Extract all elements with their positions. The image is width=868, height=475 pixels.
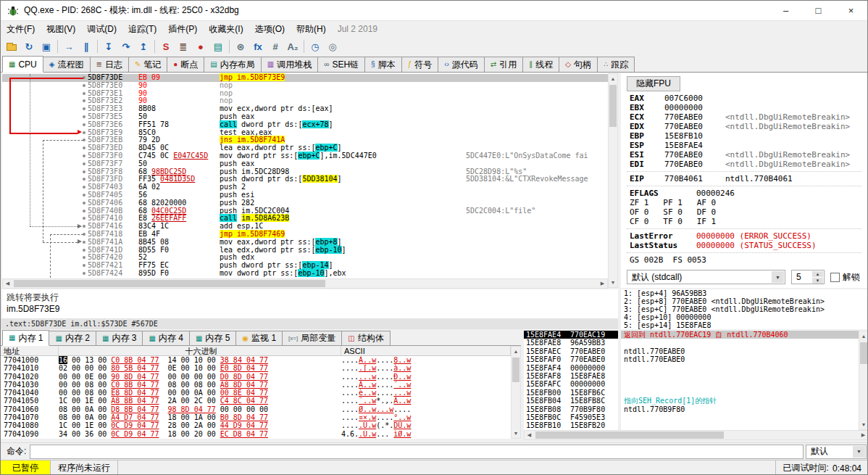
- menu-item[interactable]: 帮助(H): [291, 21, 332, 38]
- memory-row[interactable]: 7704107008 00 0A 00 A4 D7 04 77 18 00 1A…: [1, 413, 511, 421]
- stack-row[interactable]: 15E8FAF400000000: [524, 364, 618, 372]
- memory-row[interactable]: 7704106008 00 0A 00 D8 8B 04 77 98 8D 04…: [1, 405, 511, 413]
- minimize-button[interactable]: –: [769, 1, 802, 20]
- stack-row[interactable]: 15E8FB0015E8FB6C: [524, 389, 618, 397]
- stack-comment[interactable]: ntdll.770EABE0: [621, 355, 859, 363]
- disasm-row[interactable]: 5D8F740668 82020000push 282: [2, 199, 608, 207]
- scylla-button[interactable]: S: [157, 38, 175, 54]
- argument-count-spinner[interactable]: 5 ▲▼: [791, 270, 825, 284]
- memory-row[interactable]: 7704101002 00 00 00 80 5B 04 77 0E 00 10…: [1, 364, 511, 372]
- stack-row[interactable]: 15E8FB08770B9F80: [524, 405, 618, 413]
- disassembly-vertical-scrollbar[interactable]: ▲ ▼: [608, 73, 618, 288]
- tab-breakpoints[interactable]: ●断点: [167, 57, 204, 72]
- memory-row[interactable]: 7704102000 00 0E 00 90 8D 04 77 00 00 00…: [1, 373, 511, 381]
- disassembly-pane[interactable]: 5D8F73DEEB 09jmp im.5D8F73E95D8F73E090no…: [2, 73, 608, 278]
- tab-script[interactable]: §脚本: [364, 57, 402, 72]
- menu-item[interactable]: 文件(F): [1, 21, 41, 38]
- stack-comment[interactable]: 指向SEH_Record[1]的指针: [621, 397, 859, 405]
- register-row[interactable]: EBP15E8FB10: [621, 131, 867, 141]
- scroll-left-arrow[interactable]: ◀: [525, 431, 534, 439]
- scroll-left-arrow[interactable]: ◀: [3, 279, 12, 288]
- settings-button[interactable]: ⊛: [232, 38, 249, 54]
- chevron-down-icon[interactable]: ▼: [772, 271, 784, 283]
- menu-item[interactable]: 选项(O): [249, 21, 291, 38]
- command-input[interactable]: [30, 445, 804, 459]
- memory-map-button[interactable]: ▤: [209, 38, 227, 54]
- search-button[interactable]: ◎: [324, 38, 341, 54]
- tab-trace[interactable]: ∴跟踪: [597, 57, 635, 72]
- register-row[interactable]: EFLAGS00000246: [621, 189, 867, 198]
- stack-row[interactable]: 15E8FB0415E8FB8C: [524, 397, 618, 405]
- log-button[interactable]: ≣: [175, 38, 192, 54]
- stack-row[interactable]: 15E8FAFC00000000: [524, 380, 618, 388]
- open-file-button[interactable]: [3, 38, 20, 54]
- argument-row[interactable]: 2: [esp+8] 770EABE0 <ntdll.DbgUiRemoteBr…: [621, 297, 867, 305]
- stack-row[interactable]: 15E8FB0CF45905E3: [524, 413, 618, 421]
- memory-row[interactable]: 770410501C 00 1E 00 A8 8B 04 77 2A 00 2C…: [1, 397, 511, 405]
- scroll-thumb[interactable]: [512, 358, 519, 382]
- memory-dump-pane[interactable]: 地址 十六进制 ASCII 7704100016 00 13 00 C0 8B …: [1, 346, 511, 439]
- menu-item[interactable]: 调试(D): [81, 21, 122, 38]
- stack-comment[interactable]: [621, 339, 859, 347]
- argument-row[interactable]: 1: [esp+4] 96A59BB3: [621, 289, 867, 297]
- scroll-thumb[interactable]: [14, 280, 325, 287]
- scroll-down-arrow[interactable]: ▼: [859, 420, 868, 429]
- tab-memory-2[interactable]: ▦内存 2: [49, 331, 96, 345]
- register-row[interactable]: LastStatus00000000 (STATUS_SUCCESS): [621, 241, 867, 250]
- shortcuts-fx-button[interactable]: fx: [249, 38, 267, 54]
- scroll-up-arrow[interactable]: ▲: [859, 331, 868, 341]
- tab-handles[interactable]: ◇句柄: [559, 57, 598, 72]
- checkbox-box[interactable]: [830, 273, 840, 282]
- chevron-down-icon[interactable]: ▼: [853, 446, 865, 458]
- register-row[interactable]: EIP770B4061ntdll.770B4061: [621, 174, 867, 183]
- stack-comment[interactable]: [621, 372, 859, 380]
- hide-fpu-button[interactable]: 隐藏FPU: [627, 76, 680, 91]
- step-over-button[interactable]: ↷: [117, 38, 135, 54]
- tab-seh[interactable]: ∞SEH链: [317, 57, 365, 72]
- argument-row[interactable]: 3: [esp+C] 770EABE0 <ntdll.DbgUiRemoteBr…: [621, 305, 867, 313]
- register-row[interactable]: ESP15E8FAE4: [621, 141, 867, 150]
- dump-vertical-scrollbar[interactable]: ▲ ▼: [511, 346, 521, 439]
- register-row[interactable]: ESI770EABE0<ntdll.DbgUiRemoteBreakin>: [621, 150, 867, 160]
- stack-vertical-scrollbar[interactable]: ▲ ▼: [859, 331, 868, 430]
- register-row[interactable]: EDX770EABE0<ntdll.DbgUiRemoteBreakin>: [621, 122, 867, 131]
- registers-pane[interactable]: 隐藏FPU EAX007C6000EBX00000000ECX770EABE0<…: [621, 73, 867, 288]
- maximize-button[interactable]: □: [802, 1, 835, 20]
- disasm-row[interactable]: 5D8F7424895D F0mov dword ptr ss:[ebp-10]…: [2, 270, 608, 278]
- tab-references[interactable]: ⇄引用: [484, 57, 523, 72]
- tab-call-stack[interactable]: ▥调用堆栈: [261, 57, 318, 72]
- timing-clock-button[interactable]: ◷: [306, 38, 324, 54]
- tab-struct[interactable]: ◫结构体: [341, 331, 390, 345]
- spinner-arrows-icon[interactable]: ▲▼: [812, 271, 823, 283]
- tab-symbols[interactable]: ƒ符号: [401, 57, 439, 72]
- stack-horizontal-scrollbar[interactable]: ◀ ▶: [524, 430, 868, 440]
- scroll-right-arrow[interactable]: ▶: [859, 431, 868, 439]
- run-button[interactable]: →: [60, 38, 78, 54]
- tab-memory-3[interactable]: ▦内存 3: [96, 331, 143, 345]
- step-into-button[interactable]: ↧: [100, 38, 117, 54]
- restart-button[interactable]: ↻: [20, 38, 38, 54]
- tab-threads[interactable]: ∥线程: [522, 57, 559, 72]
- tab-log[interactable]: ≣日志: [90, 57, 129, 72]
- scroll-thumb[interactable]: [535, 431, 724, 439]
- memory-row[interactable]: 7704109034 00 36 00 0C D9 04 77 18 00 20…: [1, 430, 511, 438]
- register-row[interactable]: LastError00000000 (ERROR_SUCCESS): [621, 231, 867, 241]
- register-row[interactable]: EDI770EABE0<ntdll.DbgUiRemoteBreakin>: [621, 160, 867, 169]
- stack-comment[interactable]: [621, 421, 859, 429]
- stack-pane[interactable]: 15E8FAE4770EAC1915E8FAE896A59BB315E8FAEC…: [524, 331, 618, 430]
- tab-memory-5[interactable]: ▦内存 5: [189, 331, 236, 345]
- stack-comment[interactable]: [621, 413, 859, 421]
- scroll-down-arrow[interactable]: ▼: [609, 278, 617, 287]
- pause-button[interactable]: ∥: [78, 38, 95, 54]
- register-row[interactable]: EAX007C6000: [621, 94, 867, 103]
- stack-comment[interactable]: [621, 364, 859, 372]
- disasm-row[interactable]: 5D8F73E090nop: [2, 82, 608, 90]
- memory-row[interactable]: 770410801C 00 1E 00 0C D9 04 77 28 00 2A…: [1, 421, 511, 429]
- calculator-button[interactable]: #: [267, 38, 284, 54]
- breakpoints-button[interactable]: ●: [192, 38, 209, 54]
- arguments-pane[interactable]: 1: [esp+4] 96A59BB32: [esp+8] 770EABE0 <…: [621, 289, 867, 329]
- tab-source[interactable]: ‹›源代码: [438, 57, 485, 72]
- stack-row[interactable]: 15E8FAF815E8FAE8: [524, 372, 618, 380]
- flags-row[interactable]: ZF 1 PF 1 AF 0: [621, 198, 867, 207]
- tab-watch-1[interactable]: ◉监视 1: [235, 331, 283, 345]
